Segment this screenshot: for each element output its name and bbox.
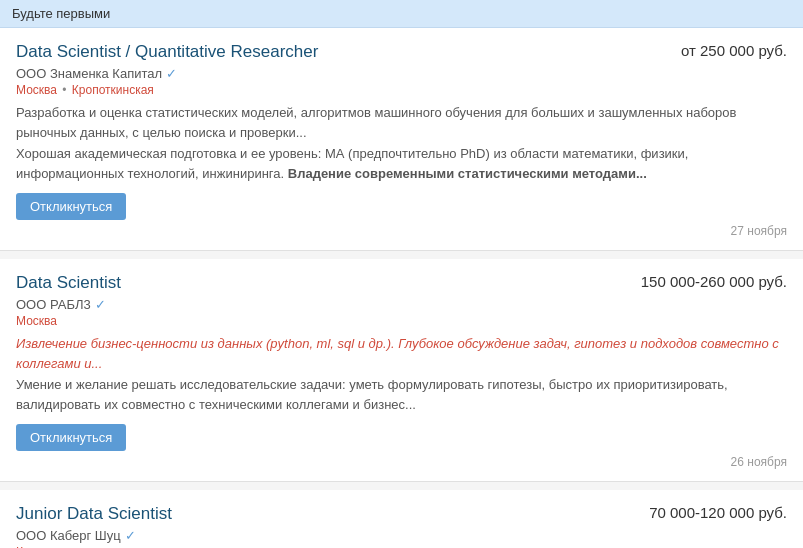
job-footer: Откликнуться <box>16 418 787 455</box>
job-salary: 150 000-260 000 руб. <box>641 273 787 290</box>
city-name: Москва <box>16 83 57 97</box>
metro-name: Кропоткинская <box>72 83 154 97</box>
job-description-line: Умение и желание решать исследовательски… <box>16 375 787 414</box>
job-description-line: Извлечение бизнес-ценности из данных (py… <box>16 334 787 373</box>
job-footer: Откликнуться <box>16 187 787 224</box>
job-description-line: Разработка и оценка статистических модел… <box>16 103 787 142</box>
city-name: Москва <box>16 314 57 328</box>
top-banner: Будьте первыми <box>0 0 803 28</box>
verified-icon: ✓ <box>166 66 177 81</box>
job-salary: 70 000-120 000 руб. <box>649 504 787 521</box>
bold-text: Владение современными статистическими ме… <box>288 166 647 181</box>
location-dot: • <box>59 83 70 97</box>
job-card: Junior Data Scientist70 000-120 000 руб.… <box>0 490 803 548</box>
job-company-row: ООО РАБЛ3✓ <box>16 297 787 312</box>
job-card: Data Scientist150 000-260 000 руб.ООО РА… <box>0 259 803 482</box>
job-salary: от 250 000 руб. <box>681 42 787 59</box>
job-date: 27 ноября <box>16 224 787 238</box>
job-header: Data Scientist150 000-260 000 руб. <box>16 273 787 293</box>
verified-icon: ✓ <box>125 528 136 543</box>
apply-button[interactable]: Откликнуться <box>16 424 126 451</box>
job-date: 26 ноября <box>16 455 787 469</box>
description-highlight: Извлечение бизнес-ценности из данных (py… <box>16 336 779 371</box>
job-company-row: ООО Каберг Шуц✓ <box>16 528 787 543</box>
job-location: Москва <box>16 314 787 328</box>
job-location: Москва • Кропоткинская <box>16 83 787 97</box>
apply-button[interactable]: Откликнуться <box>16 193 126 220</box>
job-list: Data Scientist / Quantitative Researcher… <box>0 28 803 548</box>
company-name: ООО РАБЛ3 <box>16 297 91 312</box>
job-header: Junior Data Scientist70 000-120 000 руб. <box>16 504 787 524</box>
job-title[interactable]: Data Scientist / Quantitative Researcher <box>16 42 318 62</box>
job-header: Data Scientist / Quantitative Researcher… <box>16 42 787 62</box>
job-title[interactable]: Data Scientist <box>16 273 121 293</box>
company-name: ООО Знаменка Капитал <box>16 66 162 81</box>
verified-icon: ✓ <box>95 297 106 312</box>
banner-text: Будьте первыми <box>12 6 110 21</box>
company-name: ООО Каберг Шуц <box>16 528 121 543</box>
job-title[interactable]: Junior Data Scientist <box>16 504 172 524</box>
job-company-row: ООО Знаменка Капитал✓ <box>16 66 787 81</box>
job-card: Data Scientist / Quantitative Researcher… <box>0 28 803 251</box>
job-description-line: Хорошая академическая подготовка и ее ур… <box>16 144 787 183</box>
